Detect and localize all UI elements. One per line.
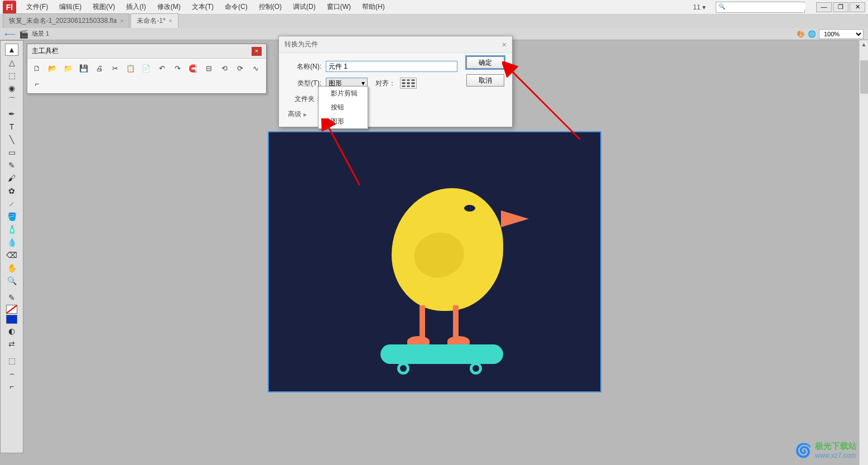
convert-to-symbol-dialog: 转换为元件 × 名称(N): 类型(T): 图形 ▾ 对齐： <box>278 36 513 127</box>
ink-bottle-tool[interactable]: 🧴 <box>5 223 18 236</box>
main-toolbar-header[interactable]: 主工具栏 × <box>27 44 266 59</box>
stroke-pencil-icon: ✎ <box>5 291 18 304</box>
selection-tool[interactable]: ▲ <box>5 44 18 56</box>
edit-scene-icon[interactable]: 🎨 <box>797 30 804 38</box>
advanced-label[interactable]: 高级 <box>288 109 301 119</box>
dropdown-item-movieclip[interactable]: 影片剪辑 <box>319 87 368 100</box>
menu-debug[interactable]: 调试(D) <box>287 0 321 14</box>
font-size-display[interactable]: 11 ▾ <box>688 2 710 12</box>
3d-rotation-tool[interactable]: ◉ <box>5 82 18 94</box>
menu-modify[interactable]: 修改(M) <box>152 0 186 14</box>
search-box[interactable] <box>716 2 805 13</box>
close-tab-icon[interactable]: × <box>120 18 123 24</box>
free-transform-tool[interactable]: ⬚ <box>5 69 18 82</box>
menu-window[interactable]: 窗口(W) <box>321 0 356 14</box>
align-label: 对齐： <box>375 79 396 88</box>
bone-tool[interactable]: ⟋ <box>5 198 18 210</box>
eyedropper-tool[interactable]: 💧 <box>5 236 18 248</box>
advanced-expand-icon[interactable]: ▸ <box>303 111 307 118</box>
menu-help[interactable]: 帮助(H) <box>356 0 390 14</box>
document-tabs: 恢复_未命名-1_20230612150338.fla × 未命名-1* × <box>0 15 868 28</box>
svg-line-1 <box>510 70 580 140</box>
paint-bucket-tool[interactable]: 🪣 <box>5 210 18 223</box>
deco-tool[interactable]: ✿ <box>5 185 18 197</box>
pencil-tool[interactable]: ✎ <box>5 159 18 171</box>
symbol-name-input[interactable] <box>326 61 457 72</box>
menu-command[interactable]: 命令(C) <box>219 0 253 14</box>
swap-colors[interactable]: ⇄ <box>5 338 18 350</box>
line-tool[interactable]: ╲ <box>5 133 18 146</box>
rectangle-tool[interactable]: ▭ <box>5 146 18 159</box>
rotate-ccw-icon[interactable]: ⟲ <box>218 62 230 74</box>
watermark: 🌀 极光下载站 www.xz7.com <box>795 441 857 459</box>
menu-insert[interactable]: 插入(I) <box>120 0 151 14</box>
magnet-icon[interactable]: 🧲 <box>187 62 199 74</box>
stage-canvas[interactable] <box>268 131 601 392</box>
scene-icon: 🎬 <box>19 30 28 39</box>
dialog-header[interactable]: 转换为元件 × <box>279 36 512 53</box>
brush-tool[interactable]: 🖌 <box>5 172 18 184</box>
app-logo: Fl <box>3 1 16 14</box>
menu-edit[interactable]: 编辑(E) <box>54 0 87 14</box>
print-icon[interactable]: 🖨 <box>93 62 105 74</box>
edit-symbol-icon[interactable]: 🌐 <box>808 30 816 38</box>
name-label: 名称(N): <box>288 62 321 71</box>
smooth-icon[interactable]: ∿ <box>249 62 262 74</box>
zoom-select[interactable]: 100% <box>819 29 864 39</box>
back-icon[interactable]: ⟵ <box>4 30 16 39</box>
menu-control[interactable]: 控制(O) <box>253 0 287 14</box>
menu-view[interactable]: 视图(V) <box>87 0 120 14</box>
menu-text[interactable]: 文本(T) <box>186 0 219 14</box>
save-as-icon[interactable]: 📁 <box>62 62 74 74</box>
redo-icon[interactable]: ↷ <box>171 62 184 74</box>
cancel-button[interactable]: 取消 <box>466 74 504 87</box>
scroll-thumb[interactable] <box>860 60 868 94</box>
search-input[interactable] <box>727 3 806 9</box>
fill-color-swatch[interactable] <box>6 315 17 324</box>
minimize-button[interactable]: — <box>816 2 832 12</box>
option-smooth[interactable]: ⌢ <box>5 367 18 380</box>
vertical-scrollbar[interactable]: ▲ <box>859 40 868 465</box>
cut-icon[interactable]: ✂ <box>109 62 121 74</box>
menu-file[interactable]: 文件(F) <box>21 0 54 14</box>
close-button[interactable]: ✕ <box>850 2 865 12</box>
lasso-tool[interactable]: ⌒ <box>5 95 18 107</box>
copy-icon[interactable]: 📋 <box>124 62 137 74</box>
maximize-button[interactable]: ❐ <box>833 2 848 12</box>
close-tab-icon[interactable]: × <box>169 18 172 24</box>
scene-label[interactable]: 场景 1 <box>32 30 49 38</box>
undo-icon[interactable]: ↶ <box>156 62 168 74</box>
registration-grid[interactable] <box>400 78 417 89</box>
pen-tool[interactable]: ✒ <box>5 108 18 120</box>
dropdown-item-button[interactable]: 按钮 <box>319 100 368 114</box>
dialog-close-icon[interactable]: × <box>502 40 507 49</box>
close-panel-icon[interactable]: × <box>252 47 262 56</box>
doc-tab-1[interactable]: 恢复_未命名-1_20230612150338.fla × <box>3 13 129 28</box>
scroll-up-icon[interactable]: ▲ <box>860 41 868 49</box>
tools-panel: ▲ △ ⬚ ◉ ⌒ ✒ T ╲ ▭ ✎ 🖌 ✿ ⟋ 🪣 🧴 💧 ⌫ ✋ 🔍 ✎ … <box>0 40 23 453</box>
new-file-icon[interactable]: 🗋 <box>31 62 43 74</box>
black-white-toggle[interactable]: ◐ <box>5 325 18 337</box>
type-label: 类型(T): <box>288 79 321 88</box>
dropdown-item-graphic[interactable]: 图形 <box>319 114 368 128</box>
open-file-icon[interactable]: 📂 <box>46 62 59 74</box>
zoom-tool[interactable]: 🔍 <box>5 275 18 287</box>
paste-icon[interactable]: 📄 <box>140 62 152 74</box>
subselection-tool[interactable]: △ <box>5 56 18 69</box>
main-toolbar-title: 主工具栏 <box>32 46 59 56</box>
align-icon[interactable]: ⊟ <box>202 62 215 74</box>
stroke-color-swatch[interactable] <box>6 305 17 314</box>
folder-label: 文件夹： <box>288 94 321 104</box>
straighten-icon[interactable]: ⌐ <box>31 78 43 90</box>
option-straighten[interactable]: ⌐ <box>5 380 18 392</box>
rotate-cw-icon[interactable]: ⟳ <box>234 62 246 74</box>
snap-magnet-icon[interactable]: ⬚ <box>5 354 18 367</box>
text-tool[interactable]: T <box>5 121 18 133</box>
watermark-url: www.xz7.com <box>815 452 857 459</box>
save-icon[interactable]: 💾 <box>78 62 90 74</box>
main-area: ▲ △ ⬚ ◉ ⌒ ✒ T ╲ ▭ ✎ 🖌 ✿ ⟋ 🪣 🧴 💧 ⌫ ✋ 🔍 ✎ … <box>0 40 868 465</box>
eraser-tool[interactable]: ⌫ <box>5 249 18 261</box>
hand-tool[interactable]: ✋ <box>5 262 18 274</box>
doc-tab-2[interactable]: 未命名-1* × <box>131 13 178 28</box>
ok-button[interactable]: 确定 <box>466 56 504 69</box>
